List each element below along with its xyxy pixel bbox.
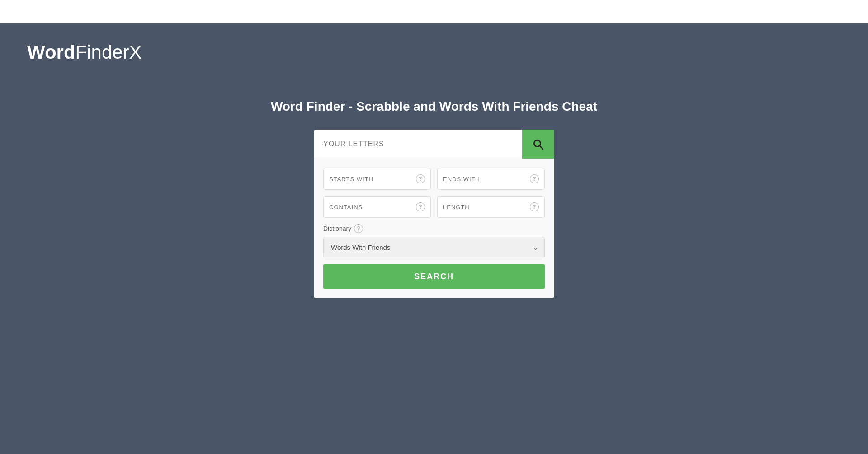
main-search-input[interactable] (314, 130, 522, 159)
length-help-icon[interactable]: ? (530, 202, 539, 211)
contains-field: ? (323, 196, 431, 218)
dictionary-section: Dictionary ? Words With Friends Scrabble… (323, 224, 545, 257)
starts-with-input[interactable] (329, 176, 416, 183)
length-field: ? (437, 196, 545, 218)
filters-panel: ? ? ? ? (314, 159, 554, 298)
logo-bold: Word (27, 42, 75, 63)
dictionary-label: Dictionary (323, 225, 351, 232)
dictionary-help-icon[interactable]: ? (354, 224, 363, 233)
main-search-row (314, 130, 554, 159)
page-title: Word Finder - Scrabble and Words With Fr… (271, 99, 597, 114)
ends-with-help-icon[interactable]: ? (530, 174, 539, 183)
dictionary-select-wrapper: Words With Friends Scrabble (TWL) Scrabb… (323, 237, 545, 257)
logo: WordFinderX (27, 42, 142, 63)
svg-line-1 (540, 146, 543, 149)
starts-with-help-icon[interactable]: ? (416, 174, 425, 183)
dictionary-select[interactable]: Words With Friends Scrabble (TWL) Scrabb… (323, 237, 545, 257)
search-box-wrapper: ? ? ? ? (314, 130, 554, 298)
search-submit-button[interactable]: SEARCH (323, 264, 545, 289)
length-input[interactable] (443, 204, 530, 211)
search-icon (532, 138, 544, 150)
dictionary-label-row: Dictionary ? (323, 224, 545, 233)
contains-help-icon[interactable]: ? (416, 202, 425, 211)
logo-light: FinderX (75, 42, 142, 63)
top-bar (0, 0, 868, 23)
ends-with-field: ? (437, 168, 545, 190)
ends-with-input[interactable] (443, 176, 530, 183)
main-area: WordFinderX Word Finder - Scrabble and W… (0, 23, 868, 454)
center-content: Word Finder - Scrabble and Words With Fr… (27, 99, 841, 298)
filter-row-1: ? ? (323, 168, 545, 190)
contains-input[interactable] (329, 204, 416, 211)
starts-with-field: ? (323, 168, 431, 190)
filter-row-2: ? ? (323, 196, 545, 218)
search-button[interactable] (522, 130, 554, 159)
